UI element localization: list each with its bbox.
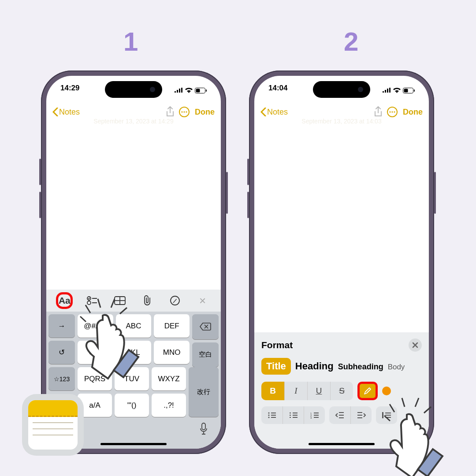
tap-hand-icon <box>79 295 154 388</box>
svg-line-59 <box>415 398 419 407</box>
svg-line-53 <box>98 299 100 308</box>
more-icon[interactable] <box>177 106 191 118</box>
format-aa-button[interactable]: Aa <box>56 292 73 309</box>
italic-button[interactable]: I <box>284 382 307 400</box>
outdent-icon[interactable] <box>329 406 350 424</box>
style-heading[interactable]: Heading <box>295 361 334 372</box>
strike-button[interactable]: S <box>330 382 353 400</box>
svg-line-60 <box>424 407 431 413</box>
style-title[interactable]: Title <box>261 358 291 375</box>
svg-rect-17 <box>404 89 408 92</box>
color-dot[interactable] <box>382 387 391 395</box>
status-time: 14:04 <box>268 84 287 97</box>
more-icon[interactable] <box>385 106 399 118</box>
number-list-icon[interactable]: 123 <box>304 406 325 424</box>
back-button[interactable]: Notes <box>260 108 288 117</box>
svg-line-57 <box>390 404 394 412</box>
done-button[interactable]: Done <box>195 108 215 117</box>
svg-rect-15 <box>202 423 205 430</box>
note-timestamp: September 13, 2023 at 14:29 <box>46 118 221 125</box>
key[interactable]: '"() <box>115 394 149 417</box>
bullet-list-icon[interactable] <box>261 406 283 424</box>
tap-hand-icon <box>383 394 458 476</box>
svg-line-52 <box>86 305 90 313</box>
key-tab[interactable]: → <box>48 314 75 338</box>
svg-point-21 <box>391 111 393 112</box>
share-icon[interactable] <box>163 106 177 118</box>
underline-button[interactable]: U <box>307 382 330 400</box>
home-indicator[interactable] <box>309 443 375 445</box>
svg-line-56 <box>384 416 390 421</box>
dash-list-icon[interactable] <box>283 406 304 424</box>
status-icons <box>382 84 415 97</box>
key-space[interactable]: 空白 <box>192 342 219 368</box>
key-delete[interactable] <box>192 314 219 339</box>
key-return[interactable]: 改行 <box>189 367 219 417</box>
svg-point-6 <box>186 111 187 112</box>
svg-rect-2 <box>206 89 207 92</box>
close-toolbar-icon[interactable]: × <box>194 292 211 309</box>
dynamic-island <box>313 81 370 98</box>
key-mode[interactable]: ☆123 <box>48 367 75 390</box>
svg-line-55 <box>120 308 127 314</box>
indent-icon[interactable] <box>350 406 372 424</box>
key[interactable]: MNO <box>154 341 190 364</box>
format-title: Format <box>261 340 293 350</box>
notes-app-icon <box>22 394 84 456</box>
share-icon[interactable] <box>371 106 385 118</box>
mic-icon[interactable] <box>199 423 208 435</box>
style-body[interactable]: Body <box>388 363 405 372</box>
key-undo[interactable]: ↺ <box>48 341 75 364</box>
bold-button[interactable]: B <box>261 382 284 400</box>
svg-point-25 <box>268 414 269 416</box>
svg-point-27 <box>268 416 269 418</box>
svg-line-58 <box>402 398 405 407</box>
svg-rect-18 <box>414 89 415 92</box>
key[interactable]: DEF <box>154 314 190 338</box>
highlight-pencil-button[interactable] <box>357 382 378 400</box>
svg-text:3: 3 <box>310 416 312 419</box>
status-time: 14:29 <box>60 84 79 97</box>
svg-point-22 <box>394 111 395 112</box>
svg-point-23 <box>268 412 269 413</box>
status-icons <box>174 84 207 97</box>
step-number-2: 2 <box>344 26 358 57</box>
key[interactable]: WXYZ <box>152 367 186 390</box>
svg-point-5 <box>183 111 185 112</box>
svg-point-20 <box>389 111 390 112</box>
back-button[interactable]: Notes <box>52 108 80 117</box>
note-timestamp: September 13, 2023 at 14:03 <box>254 118 429 125</box>
style-subheading[interactable]: Subheading <box>338 362 383 372</box>
step-number-1: 1 <box>123 26 138 57</box>
svg-line-51 <box>80 316 86 322</box>
close-panel-button[interactable] <box>409 338 422 352</box>
dynamic-island <box>105 81 162 98</box>
markup-icon[interactable] <box>167 292 183 309</box>
svg-line-54 <box>111 299 115 308</box>
svg-rect-1 <box>196 89 200 92</box>
svg-point-4 <box>181 111 182 112</box>
home-indicator[interactable] <box>100 443 167 445</box>
key[interactable]: .,?! <box>152 394 186 417</box>
done-button[interactable]: Done <box>403 108 423 117</box>
